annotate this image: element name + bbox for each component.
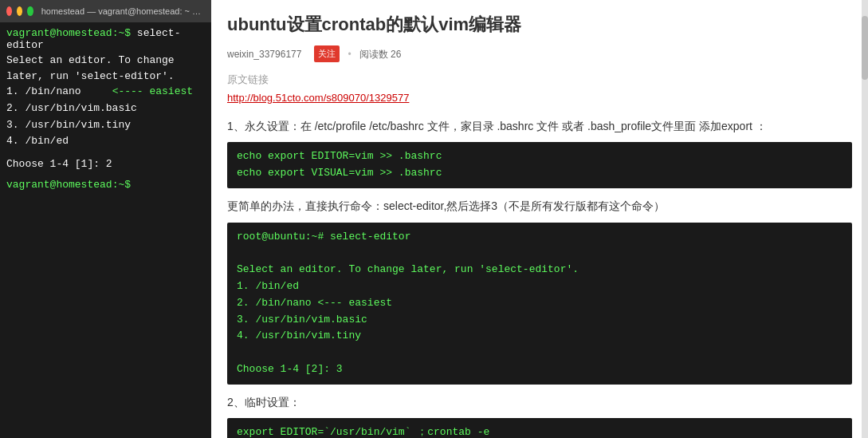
article-panel: ubuntu设置crontab的默认vim编辑器 weixin_33796177… — [211, 0, 868, 438]
code2-prompt: root@ubuntu:~# select-editor — [237, 231, 410, 243]
prompt-line-2: vagrant@homestead:~$ — [6, 177, 205, 193]
left-column: homestead — vagrant@homestead: ~ — ssh •… — [0, 0, 211, 438]
follow-badge[interactable]: 关注 — [314, 45, 340, 62]
terminal-panel: homestead — vagrant@homestead: ~ — ssh •… — [0, 0, 211, 438]
option-2: 2. /usr/bin/vim.basic — [6, 101, 205, 117]
scrollbar[interactable] — [862, 0, 868, 438]
code2-opt2: 2. /bin/nano <--- easiest — [237, 297, 392, 309]
terminal-title: homestead — vagrant@homestead: ~ — ssh •… — [41, 6, 205, 16]
source-label: 原文链接 — [227, 73, 269, 85]
terminal-titlebar: homestead — vagrant@homestead: ~ — ssh •… — [0, 0, 211, 22]
source-link[interactable]: http://blog.51cto.com/s809070/1329577 — [227, 89, 852, 107]
terminal-output: Select an editor. To change later, run '… — [6, 53, 205, 192]
meta-author: weixin_33796177 — [227, 46, 301, 62]
code1-line2: echo export VISUAL=vim >> .bashrc — [237, 167, 442, 179]
code3-line: export EDITOR=`/usr/bin/vim` ；crontab -e — [237, 426, 489, 438]
minimize-button-icon[interactable] — [17, 6, 22, 16]
right-main: ubuntu设置crontab的默认vim编辑器 weixin_33796177… — [211, 0, 868, 438]
code2-opt4: 4. /usr/bin/vim.tiny — [237, 329, 361, 341]
option-4: 4. /bin/ed — [6, 133, 205, 150]
meta-row: weixin_33796177 关注 • 阅读数 26 — [227, 45, 852, 62]
code-block-2: root@ubuntu:~# select-editor Select an e… — [227, 223, 852, 385]
prompt-tilde: :~ — [112, 27, 125, 39]
maximize-button-icon[interactable] — [27, 6, 33, 16]
choose-line: Choose 1-4 [1]: 2 — [6, 156, 205, 172]
easiest-tag: <---- easiest — [112, 85, 193, 97]
prompt-user: vagrant@homestead — [6, 27, 112, 39]
editor-heading: Select an editor. To change later, run '… — [6, 54, 175, 82]
prompt-dollar: $ — [124, 27, 131, 39]
code-block-3: export EDITOR=`/usr/bin/vim` ；crontab -e — [227, 418, 852, 438]
prompt2-rest: :~$ — [112, 179, 131, 191]
terminal-body: vagrant@homestead:~$ select-editor Selec… — [0, 22, 211, 438]
section1-text: 1、永久设置：在 /etc/profile /etc/bashrc 文件，家目录… — [227, 116, 852, 136]
option-3: 3. /usr/bin/vim.tiny — [6, 117, 205, 134]
prompt-line-1: vagrant@homestead:~$ select-editor — [6, 27, 205, 51]
meta-reads: 阅读数 26 — [359, 46, 402, 62]
code2-opt1: 1. /bin/ed — [237, 280, 299, 292]
code2-choose: Choose 1-4 [2]: 3 — [237, 363, 343, 375]
option-1: 1. /bin/nano <---- easiest — [6, 84, 205, 101]
code1-line1: echo export EDITOR=vim >> .bashrc — [237, 150, 442, 162]
article-body: 原文链接 http://blog.51cto.com/s809070/13295… — [227, 70, 852, 438]
code-block-1: echo export EDITOR=vim >> .bashrc echo e… — [227, 142, 852, 188]
code2-opt3: 3. /usr/bin/vim.basic — [237, 314, 367, 326]
scroll-thumb[interactable] — [862, 16, 868, 80]
prompt2-user: vagrant@homestead — [6, 179, 112, 191]
section3-text: 2、临时设置： — [227, 393, 852, 412]
close-button-icon[interactable] — [6, 6, 12, 16]
section2-text: 更简单的办法，直接执行命令：select-editor,然后选择3（不是所有发行… — [227, 196, 852, 216]
article-title: ubuntu设置crontab的默认vim编辑器 — [227, 10, 852, 39]
code2-heading: Select an editor. To change later, run '… — [237, 263, 579, 275]
